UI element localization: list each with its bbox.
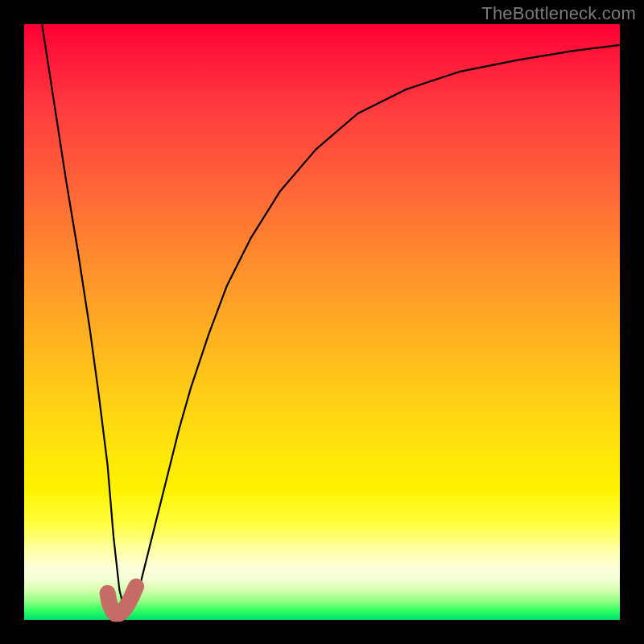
marker-segment [108,587,137,614]
chart-svg [24,24,620,620]
chart-frame: TheBottleneck.com [0,0,644,644]
attribution-text: TheBottleneck.com [481,3,636,24]
curve-line [42,24,620,614]
plot-area [24,24,620,620]
